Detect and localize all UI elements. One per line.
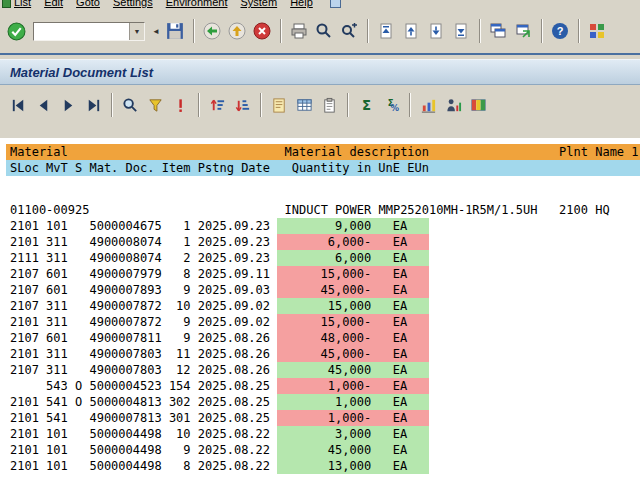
table-row[interactable]: 2101 101 5000004498 10 2025.08.22 3,000 … xyxy=(6,426,640,442)
posting-date-cell[interactable]: 2025.09.23 xyxy=(198,250,270,266)
special-stock-cell[interactable] xyxy=(75,458,82,474)
item-cell[interactable]: 8 xyxy=(162,266,191,282)
help-button[interactable]: ? xyxy=(548,19,572,43)
choose-detail-button[interactable] xyxy=(118,93,142,117)
item-cell[interactable]: 1 xyxy=(162,218,191,234)
special-stock-cell[interactable] xyxy=(75,442,82,458)
quantity-cell[interactable]: 1,000- EA xyxy=(277,378,429,394)
page-up-button[interactable] xyxy=(399,19,423,43)
item-cell[interactable]: 1 xyxy=(162,234,191,250)
menu-item-settings[interactable]: Settings xyxy=(113,0,153,8)
last-page-button[interactable] xyxy=(449,19,473,43)
table-row[interactable]: 2107 601 4900007893 9 2025.09.03 45,000-… xyxy=(6,282,640,298)
posting-date-cell[interactable]: 2025.09.02 xyxy=(198,314,270,330)
item-cell[interactable]: 9 xyxy=(162,314,191,330)
table-row[interactable]: 2101 541 O 5000004813 302 2025.08.25 1,0… xyxy=(6,394,640,410)
movement-type-cell[interactable]: 101 xyxy=(46,458,68,474)
collapse-command-icon[interactable]: ◄ xyxy=(150,19,162,43)
posting-date-cell[interactable]: 2025.08.26 xyxy=(198,346,270,362)
special-stock-cell[interactable] xyxy=(75,314,82,330)
display-variant-button[interactable] xyxy=(267,93,291,117)
graphic-button[interactable] xyxy=(416,93,440,117)
quantity-cell[interactable]: 48,000- EA xyxy=(277,330,429,346)
export-button[interactable] xyxy=(317,93,341,117)
grid-view-button[interactable] xyxy=(292,93,316,117)
table-row[interactable]: 2107 601 4900007979 8 2025.09.11 15,000-… xyxy=(6,266,640,282)
special-stock-cell[interactable] xyxy=(75,282,82,298)
material-doc-cell[interactable]: 4900007893 xyxy=(89,282,161,298)
last-record-button[interactable] xyxy=(81,93,105,117)
quantity-cell[interactable]: 45,000 EA xyxy=(277,442,429,458)
cancel-button[interactable] xyxy=(250,19,274,43)
quantity-cell[interactable]: 6,000- EA xyxy=(277,234,429,250)
quantity-cell[interactable]: 45,000- EA xyxy=(277,346,429,362)
quantity-cell[interactable]: 15,000- EA xyxy=(277,266,429,282)
material-doc-header[interactable]: Mat. Doc. xyxy=(89,160,161,176)
quantity-cell[interactable]: 45,000- EA xyxy=(277,282,429,298)
material-doc-cell[interactable]: 4900007813 xyxy=(89,410,161,426)
sloc-cell[interactable]: 2111 xyxy=(10,250,39,266)
posting-date-header[interactable]: Pstng Date xyxy=(198,160,270,176)
quantity-cell[interactable]: 9,000 EA xyxy=(277,218,429,234)
quantity-cell[interactable]: 15,000 EA xyxy=(277,298,429,314)
sloc-cell[interactable]: 2101 xyxy=(10,394,39,410)
menu-item-edit[interactable]: Edit xyxy=(44,0,63,8)
item-cell[interactable]: 10 xyxy=(162,298,191,314)
movement-type-cell[interactable]: 541 xyxy=(46,410,68,426)
material-description[interactable]: INDUCT POWER MMP252010MH-1R5M/1.5UH xyxy=(285,202,560,218)
table-row[interactable]: 2107 311 4900007872 10 2025.09.02 15,000… xyxy=(6,298,640,314)
posting-date-cell[interactable]: 2025.08.25 xyxy=(198,410,270,426)
movement-type-cell[interactable]: 543 xyxy=(46,378,68,394)
description-column-header[interactable]: Material description xyxy=(285,144,560,160)
alert-button[interactable] xyxy=(168,93,192,117)
special-stock-header[interactable]: S xyxy=(75,160,82,176)
material-doc-cell[interactable]: 4900007803 xyxy=(89,362,161,378)
posting-date-cell[interactable]: 2025.08.22 xyxy=(198,426,270,442)
sloc-cell[interactable]: 2101 xyxy=(10,458,39,474)
quantity-cell[interactable]: 6,000 EA xyxy=(277,250,429,266)
new-session-button[interactable] xyxy=(486,19,510,43)
sloc-cell[interactable]: 2101 xyxy=(10,346,39,362)
quantity-cell[interactable]: 1,000- EA xyxy=(277,410,429,426)
material-column-header[interactable]: Material xyxy=(10,144,285,160)
item-cell[interactable]: 302 xyxy=(162,394,191,410)
material-doc-cell[interactable]: 5000004675 xyxy=(89,218,161,234)
material-number[interactable]: 01100-00925 xyxy=(10,202,285,218)
sloc-header[interactable]: SLoc xyxy=(10,160,39,176)
item-cell[interactable]: 301 xyxy=(162,410,191,426)
save-button[interactable] xyxy=(163,19,187,43)
table-row[interactable]: 2101 101 5000004675 1 2025.09.23 9,000 E… xyxy=(6,218,640,234)
next-record-button[interactable] xyxy=(56,93,80,117)
table-row[interactable]: 2111 311 4900008074 2 2025.09.23 6,000 E… xyxy=(6,250,640,266)
column-header-row-2[interactable]: SLoc MvT S Mat. Doc. Item Pstng Date Qua… xyxy=(6,160,640,176)
posting-date-cell[interactable]: 2025.09.02 xyxy=(198,298,270,314)
posting-date-cell[interactable]: 2025.08.26 xyxy=(198,330,270,346)
menu-item-goto[interactable]: Goto xyxy=(76,0,100,8)
table-row[interactable]: 543 O 5000004523 154 2025.08.25 1,000- E… xyxy=(6,378,640,394)
item-cell[interactable]: 9 xyxy=(162,282,191,298)
movement-type-cell[interactable]: 541 xyxy=(46,394,68,410)
sloc-cell[interactable]: 2107 xyxy=(10,282,39,298)
movement-type-cell[interactable]: 311 xyxy=(46,314,68,330)
posting-date-cell[interactable]: 2025.08.25 xyxy=(198,394,270,410)
posting-date-cell[interactable]: 2025.08.22 xyxy=(198,458,270,474)
sort-ascending-button[interactable] xyxy=(205,93,229,117)
table-row[interactable]: 2101 101 5000004498 9 2025.08.22 45,000 … xyxy=(6,442,640,458)
movement-type-cell[interactable]: 311 xyxy=(46,346,68,362)
find-next-button[interactable] xyxy=(337,19,361,43)
create-shortcut-button[interactable] xyxy=(511,19,535,43)
menu-item-system[interactable]: System xyxy=(240,0,277,8)
material-doc-cell[interactable]: 4900008074 xyxy=(89,234,161,250)
table-row[interactable]: 2101 311 4900008074 1 2025.09.23 6,000- … xyxy=(6,234,640,250)
material-doc-cell[interactable]: 4900007803 xyxy=(89,346,161,362)
material-group-row[interactable]: 01100-00925 INDUCT POWER MMP252010MH-1R5… xyxy=(6,202,640,218)
print-button[interactable] xyxy=(287,19,311,43)
special-stock-cell[interactable] xyxy=(75,234,82,250)
quantity-cell[interactable]: 45,000 EA xyxy=(277,362,429,378)
special-stock-cell[interactable] xyxy=(75,426,82,442)
item-cell[interactable]: 9 xyxy=(162,442,191,458)
quantity-cell[interactable]: 13,000 EA xyxy=(277,458,429,474)
special-stock-cell[interactable] xyxy=(75,410,82,426)
table-row[interactable]: 2101 541 4900007813 301 2025.08.25 1,000… xyxy=(6,410,640,426)
first-page-button[interactable] xyxy=(374,19,398,43)
